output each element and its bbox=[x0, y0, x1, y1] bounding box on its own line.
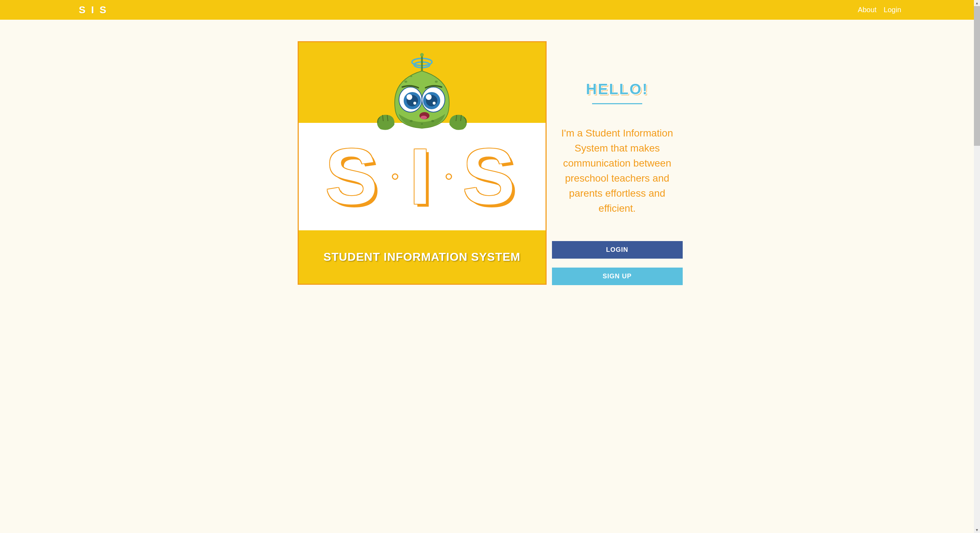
hello-underline bbox=[592, 103, 642, 104]
svg-point-14 bbox=[414, 102, 416, 105]
sis-letter-s2: S bbox=[463, 137, 519, 216]
sis-dot-2 bbox=[445, 173, 452, 180]
svg-point-3 bbox=[420, 53, 424, 57]
hero-subtitle: STUDENT INFORMATION SYSTEM bbox=[323, 250, 520, 264]
svg-point-4 bbox=[404, 81, 407, 83]
description: I'm a Student Information System that ma… bbox=[552, 126, 683, 216]
nav-about[interactable]: About bbox=[858, 6, 877, 14]
hero-bottom: STUDENT INFORMATION SYSTEM bbox=[299, 230, 546, 284]
svg-point-19 bbox=[433, 102, 436, 105]
sis-dot-1 bbox=[392, 173, 398, 180]
svg-point-13 bbox=[407, 94, 412, 100]
header: S I S About Login bbox=[0, 0, 980, 20]
svg-point-6 bbox=[435, 81, 438, 83]
sis-letter-s1: S bbox=[325, 137, 382, 216]
sis-logo-large: S I S bbox=[325, 137, 519, 216]
svg-point-9 bbox=[421, 123, 423, 125]
svg-point-18 bbox=[426, 94, 432, 100]
svg-point-7 bbox=[410, 120, 413, 122]
svg-point-5 bbox=[410, 76, 412, 77]
main-container: S I S STUDENT INFORMATION SYSTEM HELLO! … bbox=[0, 20, 980, 315]
content-panel: HELLO! I'm a Student Information System … bbox=[552, 41, 683, 294]
signup-button[interactable]: SIGN UP bbox=[552, 267, 683, 285]
nav-login[interactable]: Login bbox=[884, 6, 901, 14]
hero-top bbox=[299, 42, 546, 123]
alien-mascot-icon bbox=[370, 51, 474, 144]
svg-point-21 bbox=[420, 116, 427, 119]
nav-links: About Login bbox=[858, 6, 901, 14]
login-button[interactable]: LOGIN bbox=[552, 241, 683, 259]
hero-card: S I S STUDENT INFORMATION SYSTEM bbox=[298, 41, 547, 285]
svg-point-8 bbox=[431, 120, 434, 122]
sis-letter-i: I bbox=[409, 137, 434, 216]
scrollbar-arrow-up-icon[interactable]: ▲ bbox=[974, 0, 980, 6]
scrollbar[interactable]: ▲ ▼ bbox=[974, 0, 980, 315]
scrollbar-thumb[interactable] bbox=[974, 6, 980, 146]
logo[interactable]: S I S bbox=[79, 4, 108, 16]
hello-title: HELLO! bbox=[552, 81, 683, 98]
